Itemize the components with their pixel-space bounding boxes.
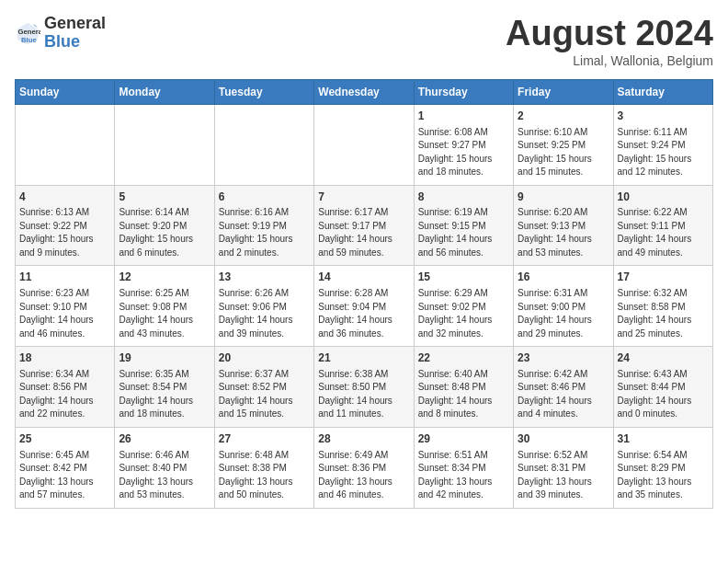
day-number: 14 bbox=[318, 270, 409, 285]
location-subtitle: Limal, Wallonia, Belgium bbox=[506, 53, 713, 68]
day-number: 12 bbox=[119, 270, 210, 285]
calendar-cell: 28Sunrise: 6:49 AM Sunset: 8:36 PM Dayli… bbox=[314, 427, 414, 508]
calendar-cell: 26Sunrise: 6:46 AM Sunset: 8:40 PM Dayli… bbox=[115, 427, 214, 508]
day-number: 23 bbox=[518, 350, 609, 366]
day-number: 3 bbox=[618, 109, 709, 124]
calendar-cell: 11Sunrise: 6:23 AM Sunset: 9:10 PM Dayli… bbox=[16, 266, 115, 347]
day-info: Sunrise: 6:17 AM Sunset: 9:17 PM Dayligh… bbox=[318, 206, 409, 259]
day-of-week-header: Wednesday bbox=[314, 79, 414, 104]
day-info: Sunrise: 6:23 AM Sunset: 9:10 PM Dayligh… bbox=[19, 287, 110, 340]
title-block: August 2024 Limal, Wallonia, Belgium bbox=[506, 15, 713, 68]
calendar-cell: 14Sunrise: 6:28 AM Sunset: 9:04 PM Dayli… bbox=[314, 266, 414, 347]
calendar-cell: 15Sunrise: 6:29 AM Sunset: 9:02 PM Dayli… bbox=[414, 266, 513, 347]
calendar-cell: 3Sunrise: 6:11 AM Sunset: 9:24 PM Daylig… bbox=[613, 104, 712, 185]
calendar-cell: 10Sunrise: 6:22 AM Sunset: 9:11 PM Dayli… bbox=[613, 185, 712, 266]
logo: General Blue General Blue bbox=[15, 15, 106, 52]
calendar-week-row: 11Sunrise: 6:23 AM Sunset: 9:10 PM Dayli… bbox=[16, 266, 713, 347]
day-number: 28 bbox=[318, 431, 409, 447]
day-number: 7 bbox=[318, 190, 409, 205]
day-info: Sunrise: 6:37 AM Sunset: 8:52 PM Dayligh… bbox=[219, 368, 310, 421]
logo-general-text: General bbox=[44, 15, 106, 33]
calendar-cell: 13Sunrise: 6:26 AM Sunset: 9:06 PM Dayli… bbox=[214, 266, 313, 347]
calendar-cell: 20Sunrise: 6:37 AM Sunset: 8:52 PM Dayli… bbox=[214, 347, 313, 428]
calendar-cell: 17Sunrise: 6:32 AM Sunset: 8:58 PM Dayli… bbox=[613, 266, 712, 347]
calendar-cell: 2Sunrise: 6:10 AM Sunset: 9:25 PM Daylig… bbox=[514, 104, 613, 185]
day-info: Sunrise: 6:32 AM Sunset: 8:58 PM Dayligh… bbox=[618, 287, 709, 340]
day-number: 16 bbox=[518, 270, 609, 285]
day-info: Sunrise: 6:11 AM Sunset: 9:24 PM Dayligh… bbox=[618, 126, 709, 179]
days-of-week-row: SundayMondayTuesdayWednesdayThursdayFrid… bbox=[16, 79, 713, 104]
day-info: Sunrise: 6:20 AM Sunset: 9:13 PM Dayligh… bbox=[518, 206, 609, 259]
day-info: Sunrise: 6:51 AM Sunset: 8:34 PM Dayligh… bbox=[418, 449, 509, 502]
day-number: 10 bbox=[618, 190, 709, 205]
calendar-cell: 9Sunrise: 6:20 AM Sunset: 9:13 PM Daylig… bbox=[514, 185, 613, 266]
calendar-cell: 5Sunrise: 6:14 AM Sunset: 9:20 PM Daylig… bbox=[115, 185, 214, 266]
day-info: Sunrise: 6:48 AM Sunset: 8:38 PM Dayligh… bbox=[219, 449, 310, 502]
calendar-table: SundayMondayTuesdayWednesdayThursdayFrid… bbox=[15, 79, 713, 509]
day-number: 1 bbox=[418, 109, 509, 124]
day-info: Sunrise: 6:40 AM Sunset: 8:48 PM Dayligh… bbox=[418, 368, 509, 421]
day-number: 27 bbox=[219, 431, 310, 447]
day-info: Sunrise: 6:14 AM Sunset: 9:20 PM Dayligh… bbox=[119, 206, 210, 259]
day-number: 5 bbox=[119, 190, 210, 205]
calendar-cell: 18Sunrise: 6:34 AM Sunset: 8:56 PM Dayli… bbox=[16, 347, 115, 428]
day-number: 6 bbox=[219, 190, 310, 205]
day-info: Sunrise: 6:49 AM Sunset: 8:36 PM Dayligh… bbox=[318, 449, 409, 502]
day-number: 26 bbox=[119, 431, 210, 447]
calendar-cell bbox=[214, 104, 313, 185]
day-info: Sunrise: 6:08 AM Sunset: 9:27 PM Dayligh… bbox=[418, 126, 509, 179]
day-info: Sunrise: 6:10 AM Sunset: 9:25 PM Dayligh… bbox=[518, 126, 609, 179]
day-info: Sunrise: 6:35 AM Sunset: 8:54 PM Dayligh… bbox=[119, 368, 210, 421]
day-info: Sunrise: 6:31 AM Sunset: 9:00 PM Dayligh… bbox=[518, 287, 609, 340]
day-number: 22 bbox=[418, 350, 509, 366]
calendar-cell: 21Sunrise: 6:38 AM Sunset: 8:50 PM Dayli… bbox=[314, 347, 414, 428]
calendar-cell: 7Sunrise: 6:17 AM Sunset: 9:17 PM Daylig… bbox=[314, 185, 414, 266]
calendar-cell: 16Sunrise: 6:31 AM Sunset: 9:00 PM Dayli… bbox=[514, 266, 613, 347]
day-number: 13 bbox=[219, 270, 310, 285]
day-info: Sunrise: 6:38 AM Sunset: 8:50 PM Dayligh… bbox=[318, 368, 409, 421]
day-number: 11 bbox=[19, 270, 110, 285]
calendar-week-row: 18Sunrise: 6:34 AM Sunset: 8:56 PM Dayli… bbox=[16, 347, 713, 428]
day-number: 18 bbox=[19, 350, 110, 366]
calendar-cell: 22Sunrise: 6:40 AM Sunset: 8:48 PM Dayli… bbox=[414, 347, 513, 428]
calendar-cell: 1Sunrise: 6:08 AM Sunset: 9:27 PM Daylig… bbox=[414, 104, 513, 185]
logo-text: General Blue bbox=[44, 15, 106, 52]
calendar-cell: 30Sunrise: 6:52 AM Sunset: 8:31 PM Dayli… bbox=[514, 427, 613, 508]
day-info: Sunrise: 6:22 AM Sunset: 9:11 PM Dayligh… bbox=[618, 206, 709, 259]
day-info: Sunrise: 6:42 AM Sunset: 8:46 PM Dayligh… bbox=[518, 368, 609, 421]
calendar-cell bbox=[16, 104, 115, 185]
day-of-week-header: Friday bbox=[514, 79, 613, 104]
svg-text:General: General bbox=[18, 28, 41, 36]
day-info: Sunrise: 6:25 AM Sunset: 9:08 PM Dayligh… bbox=[119, 287, 210, 340]
day-of-week-header: Tuesday bbox=[214, 79, 313, 104]
day-number: 15 bbox=[418, 270, 509, 285]
calendar-cell: 25Sunrise: 6:45 AM Sunset: 8:42 PM Dayli… bbox=[16, 427, 115, 508]
header: General Blue General Blue August 2024 Li… bbox=[15, 15, 713, 68]
day-number: 24 bbox=[618, 350, 709, 366]
calendar-cell: 29Sunrise: 6:51 AM Sunset: 8:34 PM Dayli… bbox=[414, 427, 513, 508]
calendar-cell bbox=[115, 104, 214, 185]
day-info: Sunrise: 6:19 AM Sunset: 9:15 PM Dayligh… bbox=[418, 206, 509, 259]
calendar-header: SundayMondayTuesdayWednesdayThursdayFrid… bbox=[16, 79, 713, 104]
logo-blue-text: Blue bbox=[44, 33, 106, 52]
day-number: 30 bbox=[518, 431, 609, 447]
calendar-week-row: 1Sunrise: 6:08 AM Sunset: 9:27 PM Daylig… bbox=[16, 104, 713, 185]
day-info: Sunrise: 6:26 AM Sunset: 9:06 PM Dayligh… bbox=[219, 287, 310, 340]
calendar-cell: 24Sunrise: 6:43 AM Sunset: 8:44 PM Dayli… bbox=[613, 347, 712, 428]
day-number: 25 bbox=[19, 431, 110, 447]
day-number: 19 bbox=[119, 350, 210, 366]
day-info: Sunrise: 6:45 AM Sunset: 8:42 PM Dayligh… bbox=[19, 449, 110, 502]
day-number: 29 bbox=[418, 431, 509, 447]
day-number: 4 bbox=[19, 190, 110, 205]
month-year-title: August 2024 bbox=[506, 15, 713, 53]
calendar-cell: 8Sunrise: 6:19 AM Sunset: 9:15 PM Daylig… bbox=[414, 185, 513, 266]
day-info: Sunrise: 6:16 AM Sunset: 9:19 PM Dayligh… bbox=[219, 206, 310, 259]
calendar-cell: 4Sunrise: 6:13 AM Sunset: 9:22 PM Daylig… bbox=[16, 185, 115, 266]
day-number: 9 bbox=[518, 190, 609, 205]
calendar-cell: 31Sunrise: 6:54 AM Sunset: 8:29 PM Dayli… bbox=[613, 427, 712, 508]
calendar-week-row: 25Sunrise: 6:45 AM Sunset: 8:42 PM Dayli… bbox=[16, 427, 713, 508]
day-of-week-header: Monday bbox=[115, 79, 214, 104]
day-number: 21 bbox=[318, 350, 409, 366]
day-number: 2 bbox=[518, 109, 609, 124]
calendar-body: 1Sunrise: 6:08 AM Sunset: 9:27 PM Daylig… bbox=[16, 104, 713, 508]
